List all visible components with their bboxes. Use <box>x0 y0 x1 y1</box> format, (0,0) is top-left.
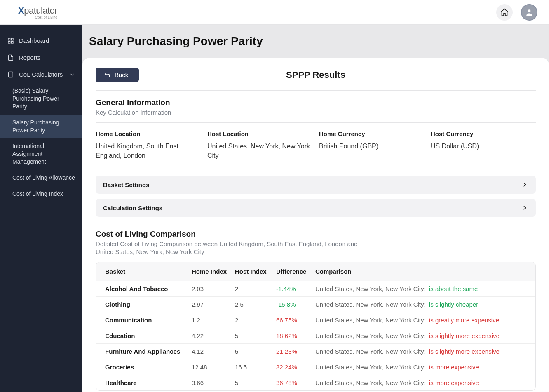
table-row: Education4.22518.62%United States, New Y… <box>96 328 535 343</box>
home-index: 4.22 <box>192 332 235 339</box>
table-row: Healthcare3.66536.78%United States, New … <box>96 375 535 390</box>
comparison-title: Cost of Living Comparison <box>96 230 536 239</box>
difference: 66.75% <box>276 317 315 324</box>
home-index: 4.12 <box>192 348 235 355</box>
svg-rect-2 <box>11 38 13 40</box>
accordion-basket-settings[interactable]: Basket Settings <box>96 176 536 194</box>
document-icon <box>7 54 14 61</box>
logo[interactable]: Xpatulator Cost of Living <box>18 5 57 19</box>
home-index: 2.97 <box>192 301 235 308</box>
logo-subtitle: Cost of Living <box>18 15 57 19</box>
col-head-cmp: Comparison <box>315 268 526 275</box>
sidebar-sub-iam[interactable]: International Assignment Management <box>0 138 82 170</box>
svg-rect-5 <box>9 72 13 77</box>
table-row: Groceries12.4816.532.24%United States, N… <box>96 359 535 375</box>
comparison-text: United States, New York, New York City: … <box>315 379 526 386</box>
calculator-icon <box>7 71 14 78</box>
basket-name: Groceries <box>105 364 192 371</box>
accordion-label: Basket Settings <box>103 181 150 188</box>
difference: 36.78% <box>276 379 315 386</box>
table-row: Clothing2.972.5-15.8%United States, New … <box>96 296 535 312</box>
comparison-sub-2: United States, New York, New York City <box>96 248 536 255</box>
comparison-text: United States, New York, New York City: … <box>315 364 526 371</box>
sidebar-sub-sppp[interactable]: Salary Purchasing Power Parity <box>0 115 82 138</box>
home-location-label: Home Location <box>96 130 201 137</box>
table-header-row: Basket Home Index Host Index Difference … <box>96 262 535 281</box>
comparison-text: United States, New York, New York City: … <box>315 332 526 339</box>
logo-x: X <box>18 5 24 16</box>
home-currency-label: Home Currency <box>319 130 424 137</box>
host-currency-label: Host Currency <box>431 130 536 137</box>
svg-rect-3 <box>8 41 10 43</box>
sidebar: Dashboard Reports CoL Calculators (Basic… <box>0 25 82 392</box>
main-content: Salary Purchasing Power Parity Back SPPP… <box>82 25 549 392</box>
svg-point-0 <box>528 9 531 12</box>
results-title: SPPP Results <box>286 70 345 80</box>
comparison-sub-1: Detailed Cost of Living Comparison betwe… <box>96 240 536 247</box>
chevron-down-icon <box>69 72 75 77</box>
home-index: 1.2 <box>192 317 235 324</box>
accordion-calculation-settings[interactable]: Calculation Settings <box>96 199 536 217</box>
difference: 21.23% <box>276 348 315 355</box>
general-info-subtitle: Key Calculation Information <box>96 109 536 116</box>
basket-name: Furniture And Appliances <box>105 348 192 355</box>
home-index: 2.03 <box>192 285 235 292</box>
comparison-table: Basket Home Index Host Index Difference … <box>96 262 536 391</box>
sidebar-sub-basic-sppp[interactable]: (Basic) Salary Purchasing Power Parity <box>0 83 82 115</box>
dashboard-icon <box>7 38 14 44</box>
chevron-right-icon <box>521 181 528 188</box>
page-title: Salary Purchasing Power Parity <box>89 35 542 48</box>
chevron-right-icon <box>521 204 528 211</box>
difference: -15.8% <box>276 301 315 308</box>
logo-rest: patulator <box>24 5 57 16</box>
general-info-title: General Information <box>96 98 536 107</box>
basket-name: Communication <box>105 317 192 324</box>
host-index: 16.5 <box>235 364 276 371</box>
basket-name: Healthcare <box>105 379 192 386</box>
host-currency-value: US Dollar (USD) <box>431 141 536 151</box>
svg-rect-1 <box>8 38 10 40</box>
sidebar-item-label: Dashboard <box>19 37 49 44</box>
host-index: 2 <box>235 317 276 324</box>
general-info-grid: Home Location United Kingdom, South East… <box>96 130 536 160</box>
host-index: 2 <box>235 285 276 292</box>
home-index: 3.66 <box>192 379 235 386</box>
home-currency-value: British Pound (GBP) <box>319 141 424 151</box>
comparison-text: United States, New York, New York City: … <box>315 317 526 324</box>
sidebar-item-label: CoL Calculators <box>19 71 63 78</box>
basket-name: Education <box>105 332 192 339</box>
host-index: 5 <box>235 379 276 386</box>
accordion-label: Calculation Settings <box>103 204 162 211</box>
col-head-host: Host Index <box>235 268 276 275</box>
col-head-diff: Difference <box>276 268 315 275</box>
home-location-value: United Kingdom, South East England, Lond… <box>96 141 201 160</box>
col-head-basket: Basket <box>105 268 192 275</box>
difference: 32.24% <box>276 364 315 371</box>
difference: -1.44% <box>276 285 315 292</box>
home-index: 12.48 <box>192 364 235 371</box>
user-avatar-icon[interactable] <box>521 4 537 21</box>
undo-icon <box>104 72 110 78</box>
topbar: Xpatulator Cost of Living <box>0 0 549 25</box>
comparison-text: United States, New York, New York City: … <box>315 285 526 292</box>
host-index: 5 <box>235 332 276 339</box>
table-row: Alcohol And Tobacco2.032-1.44%United Sta… <box>96 281 535 296</box>
sidebar-item-calculators[interactable]: CoL Calculators <box>0 66 82 83</box>
home-icon[interactable] <box>496 4 513 21</box>
col-head-home: Home Index <box>192 268 235 275</box>
comparison-text: United States, New York, New York City: … <box>315 348 526 355</box>
table-row: Communication1.2266.75%United States, Ne… <box>96 312 535 328</box>
sidebar-item-dashboard[interactable]: Dashboard <box>0 32 82 49</box>
back-button[interactable]: Back <box>96 68 139 82</box>
svg-rect-4 <box>11 41 13 43</box>
sidebar-sub-coli[interactable]: Cost of Living Index <box>0 186 82 202</box>
difference: 18.62% <box>276 332 315 339</box>
sidebar-item-reports[interactable]: Reports <box>0 49 82 66</box>
sidebar-sub-cola[interactable]: Cost of Living Allowance <box>0 170 82 186</box>
host-index: 5 <box>235 348 276 355</box>
host-index: 2.5 <box>235 301 276 308</box>
host-location-label: Host Location <box>207 130 312 137</box>
comparison-text: United States, New York, New York City: … <box>315 301 526 308</box>
back-button-label: Back <box>115 71 128 78</box>
table-row: Furniture And Appliances4.12521.23%Unite… <box>96 343 535 359</box>
